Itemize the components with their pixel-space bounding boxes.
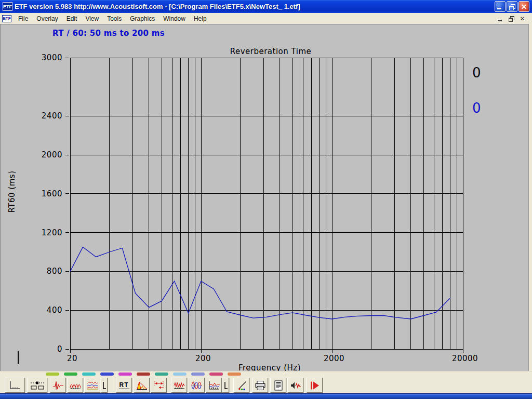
legend-color-strip — [0, 371, 532, 377]
y-tick-label: 3000 — [42, 53, 62, 62]
play-icon — [309, 380, 321, 391]
axis-corner-b-icon — [223, 380, 228, 391]
legend-strip-swatch — [46, 373, 59, 376]
rt60-button[interactable]: RT — [116, 378, 132, 393]
waterfall-button[interactable] — [84, 378, 100, 393]
mdi-restore-icon — [509, 16, 514, 21]
plot-border — [70, 58, 463, 349]
menu-item-view[interactable]: View — [81, 14, 103, 23]
report-icon — [272, 380, 285, 391]
frequency-response-icon — [69, 380, 82, 391]
graph-axes-button[interactable] — [5, 378, 25, 393]
report-button[interactable] — [270, 378, 286, 393]
y-tick-label: 0 — [57, 344, 62, 354]
x-axis-label: Frequency (Hz) — [238, 363, 301, 371]
mdi-restore-button[interactable] — [507, 15, 515, 22]
minimize-button[interactable] — [495, 1, 506, 12]
frequency-response-button[interactable] — [67, 378, 83, 393]
mdi-minimize-icon — [498, 20, 502, 21]
gate-markers-button[interactable] — [151, 378, 167, 393]
distortion-wave-button[interactable] — [171, 378, 187, 393]
step-response-button[interactable] — [206, 378, 222, 393]
energy-decay-button[interactable] — [134, 378, 150, 393]
taskbar-edge — [0, 393, 532, 399]
menu-item-tools[interactable]: Tools — [103, 14, 126, 23]
x-tick-label: 20 — [67, 354, 77, 363]
legend-strip-swatch — [209, 373, 223, 376]
print-icon — [254, 380, 267, 391]
color-editor-icon — [235, 380, 248, 391]
graph-axes-icon — [8, 380, 22, 391]
menu-item-file[interactable]: File — [14, 14, 32, 23]
axis-corner-a-button[interactable] — [100, 378, 108, 393]
energy-decay-icon — [136, 380, 148, 391]
legend-strip-swatch — [82, 373, 96, 376]
distortion-wave-icon — [173, 380, 185, 391]
axis-corner-a-icon — [101, 380, 107, 391]
gate-markers-icon — [153, 380, 165, 391]
chart-title: Reverberation Time — [230, 47, 312, 56]
legend-strip-swatch — [191, 373, 205, 376]
mdi-child-icon: ETF — [2, 15, 11, 22]
axis-corner-b-button[interactable] — [222, 378, 229, 393]
waterfall-icon — [86, 380, 99, 391]
mdi-close-button[interactable]: ✕ — [518, 15, 526, 22]
x-tick-label: 200 — [195, 354, 211, 363]
y-tick-label: 1200 — [42, 228, 62, 237]
restore-icon — [509, 4, 515, 9]
play-button[interactable] — [307, 378, 323, 393]
legend-strip-swatch — [137, 373, 150, 376]
playback-signal-icon — [289, 380, 302, 391]
legend-strip-swatch — [118, 373, 132, 376]
titlebar[interactable]: ETF ETF version 5.983 http://www.Acousti… — [0, 0, 532, 13]
window-layout-icon — [29, 380, 46, 391]
y-tick-label: 2000 — [42, 150, 62, 159]
step-response-icon — [208, 380, 220, 391]
menubar: ETF FileOverlayEditViewToolsGraphicsWind… — [0, 13, 532, 24]
x-tick-label: 2000 — [324, 354, 344, 363]
menu-item-overlay[interactable]: Overlay — [32, 14, 62, 23]
color-editor-button[interactable] — [233, 378, 249, 393]
y-tick-label: 1600 — [42, 189, 62, 198]
legend-strip-swatch — [100, 373, 114, 376]
legend-strip-swatch — [173, 373, 187, 376]
legend-channel-0: 0 — [472, 65, 481, 81]
x-tick-label: 20000 — [452, 354, 478, 363]
rt60-label: RT — [119, 381, 129, 389]
menu-item-graphics[interactable]: Graphics — [126, 14, 159, 23]
sine-phase-button[interactable] — [189, 378, 205, 393]
close-icon: ✕ — [521, 3, 527, 10]
legend-strip-swatch — [228, 373, 241, 376]
mdi-minimize-button[interactable] — [496, 15, 503, 22]
y-axis-label: RT60 (ms) — [7, 171, 17, 213]
impulse-response-button[interactable] — [50, 378, 66, 393]
app-window: ETF ETF version 5.983 http://www.Acousti… — [0, 0, 532, 399]
menu-item-help[interactable]: Help — [190, 14, 211, 23]
rt60-chart: 0400800120016002000240030002020020002000… — [1, 24, 532, 371]
chart-area: RT / 60: 50 ms to 200 ms 040080012001600… — [0, 24, 532, 371]
menu-item-window[interactable]: Window — [159, 14, 190, 23]
rt60-series-line — [70, 247, 450, 319]
impulse-response-icon — [52, 380, 64, 391]
y-tick-label: 800 — [47, 267, 62, 276]
window-title: ETF version 5.983 http://www.Acoustisoft… — [15, 3, 495, 10]
window-right-border — [528, 24, 532, 393]
sine-phase-icon — [191, 380, 203, 391]
app-icon: ETF — [3, 2, 12, 11]
y-tick-label: 2400 — [42, 111, 62, 121]
menu-items: FileOverlayEditViewToolsGraphicsWindowHe… — [14, 14, 211, 23]
print-button[interactable] — [252, 378, 268, 393]
restore-button[interactable] — [507, 1, 517, 12]
minimize-icon — [497, 8, 501, 9]
playback-signal-button[interactable] — [287, 378, 303, 393]
window-layout-button[interactable] — [27, 378, 47, 393]
toolbar: RT — [0, 377, 532, 393]
menu-item-edit[interactable]: Edit — [62, 14, 82, 23]
legend-strip-swatch — [64, 373, 77, 376]
close-button[interactable]: ✕ — [518, 1, 529, 12]
legend-strip-swatch — [155, 373, 168, 376]
y-tick-label: 400 — [47, 305, 62, 315]
legend-channel-1: 0 — [472, 100, 481, 116]
